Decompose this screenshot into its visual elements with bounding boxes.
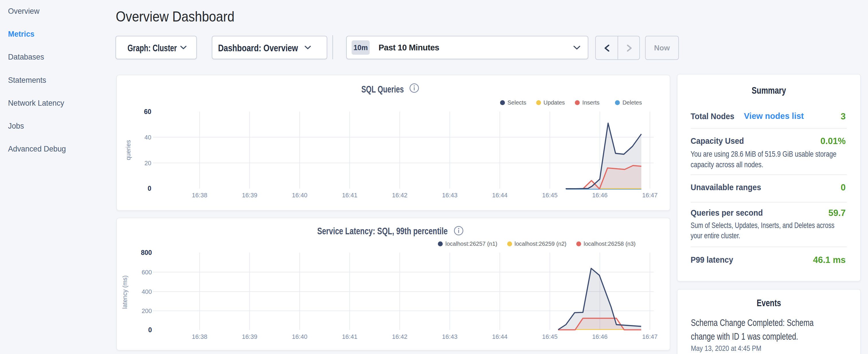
svg-text:800: 800 bbox=[141, 249, 152, 256]
svg-text:20: 20 bbox=[145, 160, 151, 167]
svg-text:16:40: 16:40 bbox=[292, 192, 308, 199]
svg-text:200: 200 bbox=[142, 308, 152, 315]
svg-text:16:42: 16:42 bbox=[392, 333, 407, 340]
svg-text:16:38: 16:38 bbox=[192, 192, 208, 199]
svg-text:400: 400 bbox=[142, 288, 152, 295]
svg-text:16:40: 16:40 bbox=[292, 333, 308, 340]
svg-text:16:42: 16:42 bbox=[392, 192, 407, 199]
svg-text:60: 60 bbox=[144, 108, 151, 116]
svg-text:16:47: 16:47 bbox=[642, 333, 658, 340]
svg-text:16:47: 16:47 bbox=[642, 192, 658, 199]
svg-text:16:43: 16:43 bbox=[442, 333, 458, 340]
svg-text:16:38: 16:38 bbox=[192, 333, 208, 340]
svg-text:16:46: 16:46 bbox=[592, 192, 608, 199]
svg-text:16:44: 16:44 bbox=[492, 333, 507, 340]
svg-text:16:39: 16:39 bbox=[242, 192, 257, 199]
svg-text:16:41: 16:41 bbox=[342, 333, 358, 340]
svg-text:queries: queries bbox=[125, 140, 132, 160]
svg-text:16:39: 16:39 bbox=[242, 333, 257, 340]
svg-text:16:46: 16:46 bbox=[592, 333, 608, 340]
svg-text:16:43: 16:43 bbox=[442, 192, 458, 199]
svg-text:16:41: 16:41 bbox=[342, 192, 358, 199]
svg-text:0: 0 bbox=[148, 185, 151, 192]
svg-text:16:44: 16:44 bbox=[492, 192, 507, 199]
svg-text:40: 40 bbox=[145, 134, 151, 141]
svg-text:16:45: 16:45 bbox=[542, 192, 558, 199]
svg-text:latency (ms): latency (ms) bbox=[122, 275, 128, 309]
svg-text:600: 600 bbox=[142, 269, 152, 276]
svg-text:0: 0 bbox=[148, 326, 152, 334]
svg-text:16:45: 16:45 bbox=[542, 333, 558, 340]
